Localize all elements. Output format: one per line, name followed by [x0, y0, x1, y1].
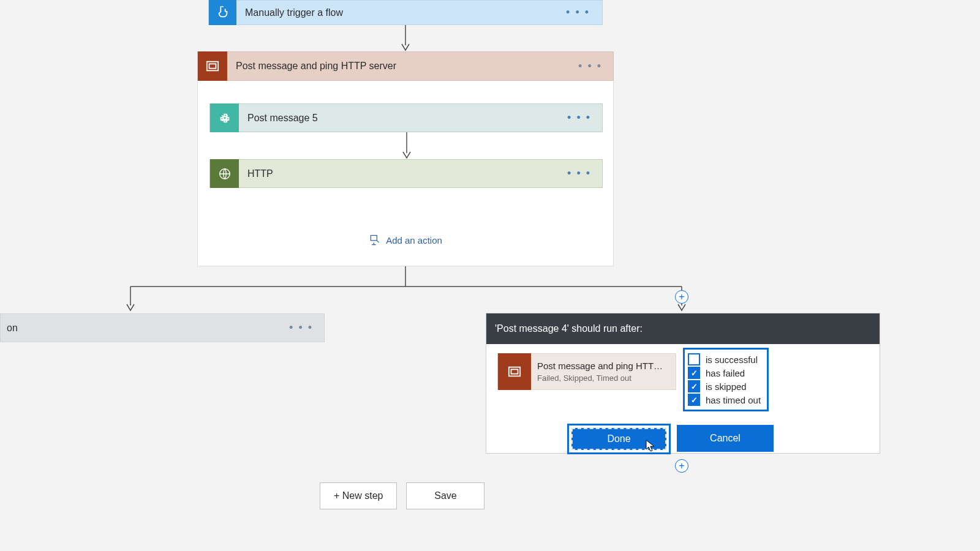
run-after-panel: 'Post message 4' should run after: Post … [486, 313, 880, 454]
svg-rect-11 [509, 367, 520, 377]
run-after-conditions: is successful has failed is skipped has … [683, 348, 769, 411]
scope-title: Post message and ping HTTP server [236, 61, 396, 72]
connector-arrow-icon [401, 25, 410, 51]
svg-rect-6 [371, 236, 377, 241]
checkbox-failed[interactable] [688, 367, 700, 379]
cond-label-timedout: has timed out [706, 395, 761, 405]
left-branch-action[interactable]: on • • • [0, 313, 325, 342]
done-highlight: Done [567, 424, 671, 454]
new-step-button[interactable]: + New step [320, 482, 397, 509]
add-step-button[interactable]: + [675, 459, 688, 473]
add-action-label: Add an action [386, 235, 442, 246]
action-more-menu[interactable]: • • • [567, 167, 591, 180]
scope-icon [198, 51, 227, 81]
checkbox-successful[interactable] [688, 353, 700, 365]
scope-header[interactable]: Post message and ping HTTP server • • • [197, 51, 614, 81]
action-post-message-5[interactable]: # Post message 5 • • • [209, 103, 603, 132]
trigger-more-menu[interactable]: • • • [566, 6, 590, 19]
bottom-button-row: + New step Save [320, 482, 484, 509]
branch-connector [123, 266, 692, 314]
globe-icon [210, 159, 239, 188]
cond-label-successful: is successful [706, 354, 758, 365]
action-title: HTTP [247, 168, 273, 179]
action-http[interactable]: HTTP • • • [209, 159, 603, 188]
action-more-menu[interactable]: • • • [567, 111, 591, 124]
predecessor-title: Post message and ping HTTP s... [537, 361, 666, 371]
add-branch-button[interactable]: + [675, 290, 688, 304]
cancel-button[interactable]: Cancel [677, 425, 774, 452]
cond-label-skipped: is skipped [706, 381, 747, 392]
action-more-menu[interactable]: • • • [289, 321, 313, 334]
connector-arrow-icon [402, 132, 412, 159]
cond-label-failed: has failed [706, 368, 745, 378]
predecessor-status: Failed, Skipped, Timed out [537, 373, 666, 383]
left-branch-label: on [7, 323, 18, 334]
manual-trigger-icon [209, 0, 236, 25]
trigger-card[interactable]: Manually trigger a flow • • • [208, 0, 603, 25]
checkbox-skipped[interactable] [688, 380, 700, 392]
done-button[interactable]: Done [571, 428, 666, 450]
predecessor-card[interactable]: Post message and ping HTTP s... Failed, … [497, 353, 676, 390]
add-action-button[interactable]: Add an action [198, 234, 613, 246]
scope-icon [498, 353, 531, 390]
checkbox-timedout[interactable] [688, 394, 700, 406]
svg-rect-2 [209, 64, 216, 68]
scope-body: # Post message 5 • • • HTTP • • • Add an… [197, 81, 614, 266]
trigger-title: Manually trigger a flow [245, 7, 343, 18]
save-button[interactable]: Save [406, 482, 484, 509]
svg-rect-12 [511, 369, 518, 373]
action-title: Post message 5 [247, 113, 318, 124]
run-after-header: 'Post message 4' should run after: [486, 313, 880, 344]
svg-text:#: # [222, 111, 228, 122]
add-action-icon [369, 234, 381, 246]
slack-icon: # [210, 103, 239, 132]
scope-more-menu[interactable]: • • • [578, 60, 602, 73]
